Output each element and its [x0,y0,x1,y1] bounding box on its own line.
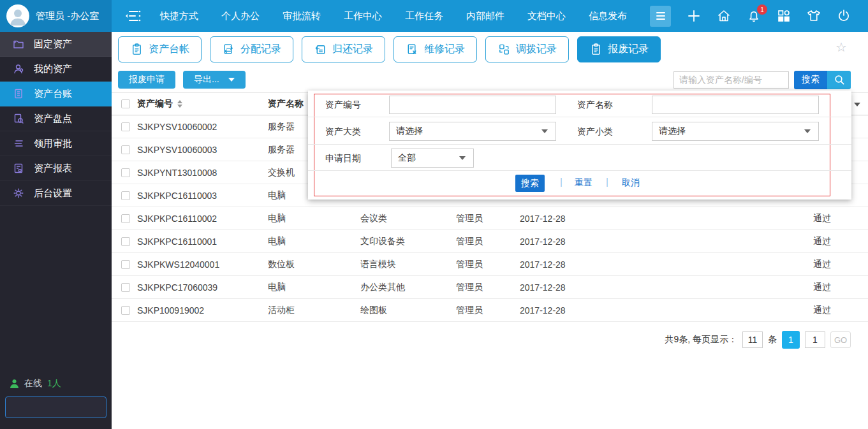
goto-page-input[interactable] [805,331,825,348]
approval-icon [13,138,24,149]
row-checkbox[interactable] [121,214,130,223]
export-button[interactable]: 导出... [183,71,246,89]
row-checkbox[interactable] [121,283,130,292]
online-status: 在线 1人 [10,378,61,389]
online-user-icon [10,379,19,389]
sidebar-item-fixed-assets[interactable]: 固定资产 [0,32,112,57]
select-all-checkbox[interactable] [121,99,130,108]
row-checkbox[interactable] [121,260,130,269]
sidebar: 固定资产 我的资产 资产台账 资产盘点 领用审批 资产报表 后台设置 在线 1人 [0,32,112,429]
sort-icon[interactable] [177,100,182,108]
favorite-star-icon[interactable]: ☆ [835,41,847,54]
sidebar-item-asset-inventory[interactable]: 资产盘点 [0,106,112,131]
apply-date-select[interactable]: 全部 [391,149,474,168]
nav-item-work-tasks[interactable]: 工作任务 [401,8,447,25]
table-row[interactable]: SJKPKPC16110001电脑文印设备类管理员2017-12-28通过 [112,230,868,253]
asset-minor-label: 资产小类 [577,126,613,138]
row-checkbox[interactable] [121,122,130,131]
tab-asset-ledger[interactable]: 资产台帐 [118,36,202,62]
sidebar-item-label: 资产报表 [34,163,72,175]
panel-search-button[interactable]: 搜索 [515,175,545,192]
nav-item-info-publish[interactable]: 信息发布 [585,8,631,25]
tab-repair-records[interactable]: 维修记录 [394,36,477,62]
chevron-down-icon [459,156,466,160]
table-row[interactable]: SJKPKPC17060039电脑办公类其他管理员2017-12-28通过 [112,276,868,299]
table-row[interactable]: SJKP100919002活动柜绘图板管理员2017-12-28通过 [112,299,868,322]
asset-code-input[interactable] [389,96,556,114]
sidebar-item-label: 领用审批 [34,138,72,150]
column-settings-icon[interactable] [854,103,860,106]
nav-item-approval-flow[interactable]: 审批流转 [279,8,325,25]
notifications-bell-icon[interactable]: 1 [746,8,761,24]
table-row[interactable]: SJKPKWS12040001数位板语言模块管理员2017-12-28通过 [112,253,868,276]
nav-item-shortcuts[interactable]: 快捷方式 [156,8,202,25]
row-checkbox[interactable] [121,237,130,246]
clipboard-icon [130,43,143,56]
record-tabs: 资产台帐 分配记录 归还记录 维修记录 调拨记录 报废记录 ☆ [112,32,868,67]
tab-label: 报废记录 [608,43,649,56]
nav-overflow-menu-icon[interactable] [650,6,671,27]
header-label: 资产名称 [268,98,304,110]
nav-item-internal-mail[interactable]: 内部邮件 [462,8,508,25]
sidebar-item-label: 我的资产 [34,63,72,75]
page-size-input[interactable] [742,331,763,348]
tab-label: 调拨记录 [516,43,557,56]
repair-icon [406,43,419,56]
asset-code-label: 资产编号 [325,99,361,111]
home-icon[interactable] [716,8,732,24]
nav-menu: 快捷方式 个人办公 审批流转 工作中心 工作任务 内部邮件 文档中心 信息发布 [156,8,631,25]
panel-cancel-button[interactable]: 取消 [622,177,640,189]
toolbar: 报废申请 导出... 搜索 [112,67,868,92]
nav-item-personal-office[interactable]: 个人办公 [217,8,263,25]
select-value: 全部 [398,152,416,164]
asset-name-input[interactable] [652,96,819,114]
header-asset-code[interactable]: 资产编号 [137,98,268,110]
row-checkbox[interactable] [121,306,130,315]
apps-grid-icon[interactable] [776,8,791,24]
tab-allocation-records[interactable]: 分配记录 [210,36,293,62]
separator: | [560,176,563,187]
asset-major-select[interactable]: 请选择 [389,122,556,141]
nav-item-doc-center[interactable]: 文档中心 [524,8,570,25]
export-label: 导出... [194,74,219,85]
page-number-button[interactable]: 1 [782,331,800,349]
apply-date-label: 申请日期 [325,153,361,164]
sidebar-search-input[interactable] [6,402,131,412]
row-checkbox[interactable] [121,191,130,200]
row-checkbox[interactable] [121,145,130,154]
table-search-input[interactable] [673,71,789,89]
collapse-sidebar-icon[interactable] [124,8,142,24]
add-icon[interactable] [686,8,702,24]
sidebar-item-label: 固定资产 [34,38,72,50]
avatar[interactable] [6,4,29,27]
panel-reset-button[interactable]: 重置 [575,177,592,189]
theme-shirt-icon[interactable] [806,8,821,24]
row-checkbox[interactable] [121,168,130,177]
top-icons: 1 [686,8,868,24]
sidebar-item-asset-reports[interactable]: 资产报表 [0,156,112,181]
user-block[interactable]: 管理员 -办公室 [0,0,112,32]
sidebar-item-my-assets[interactable]: 我的资产 [0,57,112,82]
sidebar-item-asset-ledger[interactable]: 资产台账 [0,82,112,106]
table-row[interactable]: SJKPKPC16110002电脑会议类管理员2017-12-28通过 [112,207,868,230]
select-value: 请选择 [396,126,423,137]
sidebar-item-requisition-approval[interactable]: 领用审批 [0,131,112,156]
nav-item-work-center[interactable]: 工作中心 [340,8,386,25]
tab-label: 维修记录 [424,43,465,56]
tab-scrap-records[interactable]: 报废记录 [577,36,661,62]
go-button[interactable]: GO [830,331,851,348]
sidebar-item-backend-settings[interactable]: 后台设置 [0,181,112,206]
sidebar-item-label: 资产台账 [34,88,72,100]
select-value: 请选择 [659,126,686,137]
advanced-search-button[interactable] [827,71,851,89]
tab-transfer-records[interactable]: 调拨记录 [485,36,569,62]
table-search-button[interactable]: 搜索 [794,71,827,89]
allocate-icon [222,43,235,56]
chevron-down-icon [804,129,811,133]
user-icon [13,63,24,75]
asset-minor-select[interactable]: 请选择 [652,122,819,141]
scrap-apply-button[interactable]: 报废申请 [118,71,175,89]
folder-icon [13,38,24,50]
tab-return-records[interactable]: 归还记录 [302,36,385,62]
power-logout-icon[interactable] [836,8,851,24]
